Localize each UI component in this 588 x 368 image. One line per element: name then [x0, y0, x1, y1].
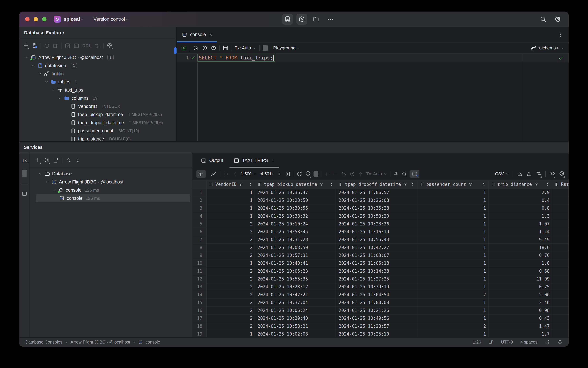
- file-encoding[interactable]: UTF-8: [501, 340, 513, 345]
- table-row[interactable]: 1622024-01-25 10:06:242024-01-25 10:21:2…: [192, 306, 569, 314]
- compare-swap-button[interactable]: [536, 171, 542, 177]
- data-cell[interactable]: 2024-01-25 10:47:21: [255, 291, 336, 299]
- column-header-tpep_dropoff_datetime[interactable]: tpep_dropoff_datetime: [336, 180, 417, 188]
- data-cell[interactable]: 1: [207, 189, 255, 196]
- data-cell[interactable]: 2: [417, 322, 489, 330]
- data-cell[interactable]: 2024-01-25 10:05:23: [255, 267, 336, 275]
- expand-chevron-icon[interactable]: [38, 172, 42, 176]
- table-row[interactable]: 1912024-01-25 10:02:082024-01-25 10:25:1…: [192, 330, 569, 337]
- close-icon[interactable]: [271, 158, 275, 163]
- data-cell[interactable]: 2024-01-25 10:35:28: [336, 204, 417, 212]
- data-cell[interactable]: 1.7: [489, 330, 552, 337]
- table-row[interactable]: 622024-01-25 10:58:452024-01-25 11:16:19…: [192, 228, 569, 236]
- data-cell[interactable]: 2: [207, 291, 255, 299]
- data-cell[interactable]: 1: [207, 204, 255, 212]
- table-row[interactable]: 922024-01-25 10:57:312024-01-25 11:03:07…: [192, 251, 569, 259]
- data-cell[interactable]: [552, 330, 569, 337]
- data-cell[interactable]: 1: [417, 259, 489, 267]
- table-data-icon[interactable]: [73, 43, 79, 49]
- sort-icon[interactable]: [481, 182, 486, 186]
- data-cell[interactable]: [552, 267, 569, 275]
- panel-accent-handle[interactable]: [174, 47, 177, 54]
- data-cell[interactable]: 2024-01-25 10:23:50: [255, 196, 336, 204]
- data-cell[interactable]: 2024-01-25 10:39:40: [255, 314, 336, 322]
- data-cell[interactable]: 0.76: [489, 251, 552, 259]
- data-cell[interactable]: 2.46: [489, 299, 552, 306]
- services-item-Arrow Flight JDBC - @localhost[interactable]: Arrow Flight JDBC - @localhost: [30, 178, 192, 186]
- data-cell[interactable]: 2.9: [489, 189, 552, 196]
- data-cell[interactable]: [552, 275, 569, 283]
- data-cell[interactable]: 0.43: [489, 314, 552, 322]
- data-cell[interactable]: [552, 283, 569, 291]
- data-cell[interactable]: 2024-01-25 10:06:24: [255, 306, 336, 314]
- grid-view-toggle[interactable]: [196, 170, 206, 178]
- table-row[interactable]: 1322024-01-25 10:28:122024-01-25 10:39:1…: [192, 283, 569, 291]
- table-row[interactable]: 1422024-01-25 10:47:212024-01-25 11:04:5…: [192, 291, 569, 299]
- table-row[interactable]: 212024-01-25 10:23:502024-01-25 10:26:08…: [192, 196, 569, 204]
- data-cell[interactable]: 1: [417, 236, 489, 244]
- tab-console[interactable]: console: [177, 27, 217, 42]
- close-icon[interactable]: [209, 32, 213, 37]
- data-cell[interactable]: 2024-01-25 10:55:43: [336, 236, 417, 244]
- table-row[interactable]: 722024-01-25 10:31:282024-01-25 10:55:43…: [192, 236, 569, 244]
- data-cell[interactable]: 2024-01-25 10:42:27: [336, 244, 417, 251]
- data-cell[interactable]: 1: [207, 196, 255, 204]
- column-header-VendorID[interactable]: VendorID: [207, 180, 255, 188]
- filter-funnel-icon[interactable]: [534, 182, 538, 186]
- find-icon[interactable]: [401, 171, 407, 177]
- tx-mode-select[interactable]: Tx: Auto: [366, 171, 387, 176]
- tab-options-icon[interactable]: [558, 32, 563, 37]
- scope-filter-button[interactable]: [107, 43, 112, 49]
- open-in-new-tab-icon[interactable]: [53, 157, 59, 163]
- data-cell[interactable]: 2.06: [489, 291, 552, 299]
- column-header-trip_distance[interactable]: trip_distance: [489, 180, 552, 188]
- filter-funnel-icon[interactable]: [239, 182, 243, 186]
- services-item-console[interactable]: console126 ms: [36, 194, 190, 202]
- data-cell[interactable]: 2024-01-25 10:58:45: [255, 228, 336, 236]
- view-options-button[interactable]: [44, 157, 50, 164]
- project-avatar[interactable]: S: [54, 16, 61, 23]
- services-item-console[interactable]: console126 ms: [30, 186, 192, 194]
- data-cell[interactable]: 0.8: [489, 204, 552, 212]
- new-console-icon[interactable]: [53, 43, 58, 49]
- chart-view-toggle[interactable]: [209, 170, 218, 178]
- table-row[interactable]: 522024-01-25 10:10:242024-01-25 10:23:36…: [192, 220, 569, 228]
- stop-button[interactable]: [22, 170, 27, 177]
- data-cell[interactable]: 0.4: [489, 196, 552, 204]
- settings-gear-icon[interactable]: [211, 45, 216, 51]
- data-cell[interactable]: 2: [207, 322, 255, 330]
- jump-to-ddl-icon[interactable]: [95, 43, 100, 49]
- tree-item-Arrow Flight JDBC - @localhost[interactable]: Arrow Flight JDBC - @localhost1: [19, 53, 176, 62]
- filter-funnel-icon[interactable]: [319, 182, 323, 186]
- breadcrumb-item[interactable]: console: [145, 340, 160, 345]
- table-row[interactable]: 1222024-01-25 10:55:352024-01-25 11:27:2…: [192, 275, 569, 283]
- sql-statement[interactable]: SELECT * FROM taxi_trips;: [197, 54, 275, 62]
- data-cell[interactable]: 2024-01-25 10:21:26: [336, 306, 417, 314]
- data-cell[interactable]: 1: [417, 212, 489, 220]
- add-row-icon[interactable]: [324, 171, 330, 177]
- column-header-passenger_count[interactable]: passenger_count: [417, 180, 489, 188]
- table-row[interactable]: 1822024-01-25 10:58:212024-01-25 11:23:5…: [192, 322, 569, 330]
- reload-icon[interactable]: [296, 171, 302, 177]
- data-cell[interactable]: 2: [207, 220, 255, 228]
- data-cell[interactable]: 1: [417, 189, 489, 196]
- stop-button[interactable]: [313, 171, 318, 177]
- delete-row-icon[interactable]: [332, 171, 338, 177]
- data-cell[interactable]: 2: [417, 291, 489, 299]
- sort-icon[interactable]: [329, 182, 334, 186]
- table-icon[interactable]: [223, 45, 229, 51]
- data-cell[interactable]: 2024-01-25 10:26:08: [336, 196, 417, 204]
- data-cell[interactable]: 1: [207, 330, 255, 337]
- data-cell[interactable]: 2024-01-25 10:31:28: [255, 236, 336, 244]
- caret-position[interactable]: 1:26: [473, 340, 481, 345]
- expand-chevron-icon[interactable]: [31, 64, 35, 67]
- data-cell[interactable]: [552, 251, 569, 259]
- data-cell[interactable]: 2024-01-25 10:58:21: [255, 322, 336, 330]
- data-cell[interactable]: [552, 322, 569, 330]
- datasource-properties-icon[interactable]: [32, 43, 37, 49]
- data-cell[interactable]: 2024-01-25 10:53:20: [336, 212, 417, 220]
- data-cell[interactable]: 2: [207, 275, 255, 283]
- export-format-select[interactable]: CSV: [495, 171, 509, 176]
- zoom-window-button[interactable]: [42, 17, 46, 21]
- data-cell[interactable]: 1: [417, 267, 489, 275]
